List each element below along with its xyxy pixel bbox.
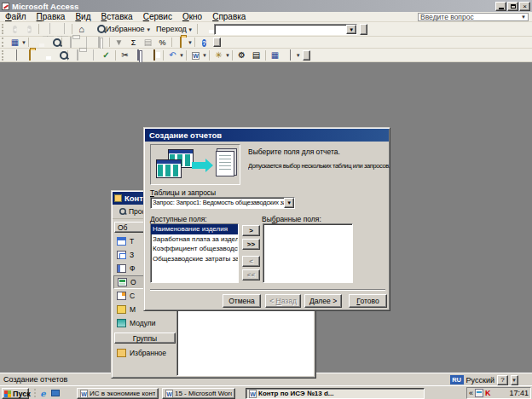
wizard-graphic — [150, 144, 240, 185]
table-icon — [117, 237, 126, 246]
toolbar-options-button[interactable] — [213, 38, 221, 47]
show-desktop-icon[interactable] — [49, 388, 61, 399]
back-icon[interactable]: ◂ — [13, 26, 16, 33]
menu-file[interactable]: Файл — [0, 12, 32, 22]
dialog-titlebar: Создание отчетов — [145, 129, 389, 142]
help-icon[interactable]: ? — [202, 39, 206, 47]
properties-icon[interactable]: ▤ — [250, 50, 263, 61]
restore-icon — [511, 4, 516, 9]
language-help-button[interactable]: ? — [497, 375, 508, 385]
copy-icon[interactable] — [98, 37, 100, 48]
menu-insert[interactable]: Вставка — [95, 12, 137, 22]
address-combobox[interactable]: ▼ — [214, 24, 357, 35]
toolbar-grip[interactable] — [2, 50, 5, 61]
clock: 17:41 — [509, 389, 529, 397]
query-icon — [117, 251, 126, 259]
menu-edit[interactable]: Правка — [32, 12, 71, 22]
available-fields-list[interactable]: Наименование изделия Заработная плата за… — [150, 223, 239, 283]
language-options-icon[interactable]: ▼ — [511, 375, 518, 385]
toolbar-options-button[interactable] — [303, 50, 310, 61]
table-graphic-icon — [156, 159, 182, 178]
sum-icon[interactable]: Σ — [127, 38, 140, 48]
add-all-fields-button[interactable]: >> — [242, 239, 260, 250]
app-title: Microsoft Access — [12, 2, 78, 11]
percent-icon[interactable]: % — [156, 38, 169, 48]
menu-view[interactable]: Вид — [70, 12, 95, 22]
selected-fields-list[interactable] — [263, 223, 353, 283]
field-item[interactable]: Наименование изделия — [151, 224, 238, 234]
chevron-down-icon: ▼ — [188, 27, 193, 32]
analyze-icon[interactable]: ✳ — [212, 50, 225, 61]
finish-button[interactable]: Готово — [349, 294, 387, 308]
combo-dropdown-icon[interactable]: ▼ — [284, 198, 294, 208]
tray-app-icon[interactable] — [475, 389, 483, 397]
print-icon[interactable] — [77, 49, 78, 61]
menu-tools[interactable]: Сервис — [138, 12, 177, 22]
tray-chevron-icon[interactable]: « — [469, 389, 473, 397]
ie-quicklaunch-icon[interactable]: e — [38, 388, 49, 399]
cut-icon[interactable]: ✂ — [119, 50, 131, 61]
field-item[interactable]: Коэффициент общезаводских за — [151, 244, 238, 254]
divider — [150, 289, 385, 291]
relationships-icon[interactable]: ▦ — [269, 50, 281, 61]
restore-button[interactable] — [507, 2, 518, 11]
menu-help[interactable]: Справка — [207, 12, 251, 22]
filter-icon[interactable]: ▼ — [113, 38, 125, 48]
add-field-button[interactable]: > — [242, 225, 260, 236]
task-button-3-active[interactable]: W Контр по ИСЭ №13 d... — [246, 388, 425, 399]
toolbar-grip[interactable] — [2, 38, 5, 46]
preview-icon — [119, 207, 127, 216]
access-app-icon — [2, 3, 9, 10]
report-wizard-dialog: Создание отчетов Выберите поля для отчет… — [143, 127, 390, 311]
sidebar-item-modules[interactable]: Модули — [113, 316, 176, 330]
toolbar-options-button[interactable] — [360, 24, 367, 35]
minimize-button[interactable] — [495, 2, 506, 11]
remove-field-button[interactable]: < — [242, 256, 260, 267]
favorites-menu[interactable]: Избранное ▼ — [103, 25, 153, 33]
start-button[interactable]: Пуск — [2, 388, 29, 399]
office-links-icon[interactable]: W — [192, 52, 200, 60]
menubar: Файл Правка Вид Вставка Сервис Окно Спра… — [0, 12, 532, 22]
code-icon[interactable]: ⚙ — [235, 50, 248, 61]
spelling-icon[interactable]: ✓ — [100, 50, 113, 61]
open-icon[interactable] — [29, 49, 31, 61]
paste-icon[interactable] — [153, 49, 155, 61]
menu-window[interactable]: Окно — [177, 12, 207, 22]
language-indicator[interactable]: RU — [450, 375, 464, 385]
cancel-button[interactable]: Отмена — [223, 294, 261, 308]
copy-icon[interactable] — [137, 49, 139, 61]
address-dropdown-icon[interactable]: ▼ — [346, 25, 356, 34]
remove-all-fields-button[interactable]: << — [242, 269, 260, 280]
autoformat-icon[interactable] — [180, 37, 182, 48]
chevron-down-icon: ▼ — [296, 53, 301, 58]
ask-question-input[interactable]: ▼Введите вопрос — [418, 13, 529, 21]
tables-queries-label: Таблицы и запросы — [150, 188, 216, 197]
sidebar-item-favorites[interactable]: Избранное — [113, 346, 176, 360]
task-button-1[interactable]: W ИС в экономике контро... — [77, 388, 159, 399]
home-icon[interactable]: ⌂ — [75, 24, 88, 34]
arrow-icon — [192, 162, 205, 169]
back-button[interactable]: < Назад — [265, 294, 301, 308]
field-item[interactable]: Общезаводские затраты за един — [151, 254, 238, 264]
minimize-icon — [499, 8, 504, 9]
field-item[interactable]: Заработная плата за изделие — [151, 234, 238, 245]
language-bar: RU Русский ? ▼ — [450, 374, 518, 385]
view-icon[interactable]: ▦ — [9, 38, 21, 48]
page-icon — [117, 292, 126, 300]
forward-icon[interactable]: ▸ — [27, 26, 31, 33]
grid-icon[interactable]: ▤ — [142, 38, 154, 48]
go-menu[interactable]: Переход ▼ — [153, 25, 195, 33]
dialog-instruction: Выберите поля для отчета. — [248, 147, 388, 156]
task-button-2[interactable]: W 15 - Microsoft Word — [162, 388, 235, 399]
print-icon[interactable] — [70, 37, 72, 48]
chevron-down-icon: ▼ — [225, 53, 230, 58]
system-tray: « K 17:41 — [466, 387, 531, 399]
toolbar-grip[interactable] — [2, 24, 5, 35]
k-tray-icon[interactable]: K — [485, 389, 491, 397]
close-button[interactable]: × — [519, 2, 530, 11]
undo-icon[interactable]: ↶ — [166, 50, 179, 61]
microsoft-access-window: Microsoft Access × Файл Правка Вид Встав… — [0, 0, 532, 399]
next-button[interactable]: Далее > — [304, 294, 342, 308]
tables-queries-combobox[interactable]: Запрос: Запрос1: Ведомость общезаводских… — [150, 197, 295, 209]
groups-header[interactable]: Группы — [114, 332, 176, 344]
